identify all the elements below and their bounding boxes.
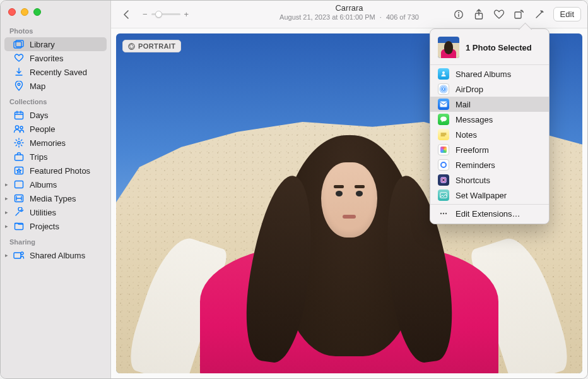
- info-button[interactable]: [450, 6, 467, 23]
- share-thumbnail: [438, 37, 459, 58]
- share-option-label: Shared Albums: [456, 69, 511, 79]
- svg-point-4: [15, 126, 18, 129]
- share-option-shortcuts[interactable]: Shortcuts: [430, 172, 549, 188]
- featured-icon: [13, 165, 25, 176]
- sidebar-item-albums[interactable]: ▸Albums: [4, 177, 107, 191]
- svg-point-6: [18, 141, 20, 144]
- portrait-badge[interactable]: PORTRAIT: [122, 40, 181, 52]
- sidebar-item-label: Media Types: [30, 194, 76, 203]
- zoom-slider[interactable]: − +: [143, 9, 189, 19]
- share-option-freeform[interactable]: Freeform: [430, 142, 549, 157]
- sidebar-item-label: Favorites: [30, 54, 63, 63]
- sidebar-item-trips[interactable]: Trips: [4, 150, 107, 164]
- sidebar-item-label: People: [30, 124, 55, 134]
- auto-enhance-button[interactable]: [531, 6, 548, 23]
- popover-separator: [430, 204, 549, 205]
- sidebar-item-library[interactable]: Library: [4, 37, 107, 51]
- messages-icon: [438, 114, 449, 125]
- chevron-right-icon[interactable]: ▸: [3, 181, 9, 188]
- share-option-label: Notes: [456, 130, 477, 140]
- chevron-right-icon[interactable]: ▸: [3, 195, 9, 202]
- photo-date: August 21, 2023 at 6:01:00 PM: [279, 13, 375, 21]
- svg-rect-12: [14, 253, 21, 258]
- sidebar-item-label: Map: [30, 81, 45, 91]
- svg-point-13: [21, 252, 23, 255]
- share-option-messages[interactable]: Messages: [430, 112, 549, 127]
- back-button[interactable]: [117, 6, 135, 23]
- photo-subtitle: August 21, 2023 at 6:01:00 PM · 406 of 7…: [279, 13, 419, 22]
- rotate-button[interactable]: [510, 6, 528, 23]
- sidebar-item-media-types[interactable]: ▸Media Types: [4, 191, 107, 205]
- wallpaper-icon: [438, 190, 449, 201]
- sidebar-section-header: Photos: [1, 22, 110, 37]
- media-types-icon: [13, 193, 25, 203]
- svg-rect-3: [15, 112, 23, 119]
- share-option-shared-albums[interactable]: Shared Albums: [430, 66, 549, 81]
- share-option-edit-extensions[interactable]: Edit Extensions…: [430, 206, 549, 221]
- sidebar-section-header: Sharing: [1, 233, 110, 248]
- svg-point-20: [442, 71, 445, 74]
- sidebar-item-label: Projects: [30, 222, 59, 231]
- sidebar-item-favorites[interactable]: Favorites: [4, 51, 107, 65]
- sidebar-item-label: Albums: [30, 180, 57, 190]
- chevron-right-icon[interactable]: ▸: [3, 223, 9, 229]
- favorite-button[interactable]: [490, 6, 508, 23]
- sidebar-item-people[interactable]: People: [4, 122, 107, 136]
- sidebar-item-label: Library: [30, 40, 55, 49]
- svg-point-22: [441, 87, 446, 92]
- people-icon: [13, 124, 25, 134]
- share-option-label: Shortcuts: [456, 176, 490, 185]
- zoom-out-icon: −: [143, 9, 148, 19]
- share-option-airdrop[interactable]: AirDrop: [430, 81, 549, 97]
- sidebar-item-label: Days: [30, 111, 49, 120]
- albums-icon: [13, 179, 25, 190]
- share-option-reminders[interactable]: Reminders: [430, 157, 549, 172]
- chevron-right-icon[interactable]: ▸: [3, 209, 9, 215]
- photo-title: Carrara: [279, 3, 419, 13]
- share-option-label: Freeform: [456, 145, 489, 155]
- share-option-label: Mail: [456, 100, 471, 109]
- svg-rect-7: [15, 155, 23, 160]
- download-icon: [13, 67, 25, 77]
- shared-icon: [438, 68, 449, 80]
- notes-icon: [438, 129, 449, 140]
- sidebar-item-recently-saved[interactable]: Recently Saved: [4, 65, 107, 79]
- share-option-label: Set Wallpaper: [456, 191, 507, 200]
- svg-point-2: [18, 83, 20, 86]
- svg-point-5: [20, 126, 23, 129]
- share-option-notes[interactable]: Notes: [430, 127, 549, 142]
- svg-rect-8: [15, 167, 23, 174]
- share-button[interactable]: [470, 6, 488, 23]
- sidebar-item-label: Trips: [30, 152, 47, 162]
- zoom-window-button[interactable]: [33, 8, 41, 16]
- share-option-set-wallpaper[interactable]: Set Wallpaper: [430, 188, 549, 203]
- edit-button[interactable]: Edit: [553, 7, 581, 21]
- minimize-window-button[interactable]: [21, 8, 28, 16]
- share-option-mail[interactable]: Mail: [430, 97, 549, 112]
- close-window-button[interactable]: [8, 8, 16, 16]
- sidebar-item-projects[interactable]: ▸Projects: [4, 219, 107, 233]
- zoom-thumb[interactable]: [155, 11, 162, 18]
- sidebar-item-featured-photos[interactable]: Featured Photos: [4, 164, 107, 177]
- suitcase-icon: [13, 152, 25, 162]
- sidebar-item-days[interactable]: Days: [4, 108, 107, 122]
- svg-point-29: [443, 213, 444, 214]
- sidebar-item-map[interactable]: Map: [4, 79, 107, 93]
- chevron-right-icon[interactable]: ▸: [3, 252, 9, 258]
- shared-albums-icon: [13, 250, 25, 260]
- share-option-label: Messages: [456, 115, 493, 124]
- heart-icon: [13, 53, 25, 63]
- share-option-label: Edit Extensions…: [456, 209, 520, 219]
- sidebar-item-shared-albums[interactable]: ▸Shared Albums: [4, 248, 107, 262]
- svg-rect-18: [515, 12, 521, 18]
- sidebar-item-label: Featured Photos: [30, 166, 90, 176]
- sidebar-item-memories[interactable]: Memories: [4, 136, 107, 150]
- popover-separator: [430, 64, 549, 65]
- app-window: PhotosLibraryFavoritesRecently SavedMapC…: [1, 1, 587, 378]
- shortcuts-icon: [438, 174, 449, 186]
- share-option-label: AirDrop: [456, 85, 483, 94]
- sidebar-item-utilities[interactable]: ▸Utilities: [4, 205, 107, 219]
- portrait-badge-label: PORTRAIT: [138, 42, 175, 50]
- zoom-track[interactable]: [151, 13, 180, 15]
- sidebar-item-label: Memories: [30, 138, 66, 148]
